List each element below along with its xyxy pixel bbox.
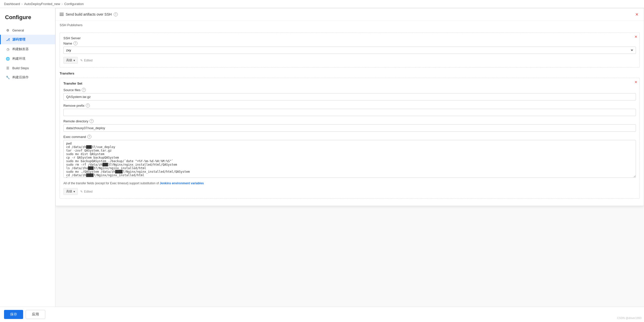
watermark: CSDN @driver1993 [617, 316, 641, 319]
sidebar-label-general: General [12, 28, 24, 32]
sidebar-item-general[interactable]: ⚙ General [0, 26, 55, 35]
advanced-button[interactable]: 高级 ▾ [63, 57, 78, 64]
source-files-field: Source files ? [63, 88, 636, 100]
apply-button[interactable]: 应用 [26, 310, 45, 319]
panel-header: Send build artifacts over SSH ? ✕ [56, 8, 644, 21]
remote-directory-label: Remote directory ? [63, 119, 636, 123]
sidebar-label-trigger: 构建触发器 [12, 47, 29, 51]
transfer-set-close-button[interactable]: ✕ [634, 80, 637, 84]
bottom-pencil-icon: ✎ [80, 190, 83, 193]
panel-close-button[interactable]: ✕ [634, 11, 640, 17]
remote-directory-input[interactable] [63, 124, 636, 132]
remote-directory-field: Remote directory ? [63, 119, 636, 132]
breadcrumb: Dashboard › AutoDeployFronted_new › Conf… [0, 0, 644, 8]
ssh-server-box: ✕ SSH Server Name ? zxy [60, 32, 640, 67]
exec-command-field: Exec command ? [63, 135, 636, 178]
info-text: All of the transfer fields (except for E… [63, 182, 636, 185]
remove-prefix-label: Remove prefix ? [63, 103, 636, 108]
gear-icon: ⚙ [6, 28, 10, 32]
exec-command-help-icon[interactable]: ? [87, 135, 91, 139]
sidebar: Configure ⚙ General ⎇ 源码管理 ◷ 构建触发器 🌐 构建环… [0, 8, 55, 307]
exec-command-textarea[interactable] [63, 140, 636, 178]
transfers-section-label: Transfers [60, 71, 640, 75]
advanced-row: 高级 ▾ ✎ Edited [63, 57, 636, 64]
ssh-server-name-field: SSH Server Name ? zxy [63, 36, 636, 54]
list-icon: ☰ [6, 66, 10, 70]
remove-prefix-input[interactable] [63, 109, 636, 116]
tools-icon: 🔧 [6, 75, 10, 79]
bottom-advanced-label: 高级 [66, 189, 72, 194]
source-files-input[interactable] [63, 93, 636, 100]
sidebar-item-env[interactable]: 🌐 构建环境 [0, 54, 55, 63]
git-icon: ⎇ [6, 38, 10, 42]
panel-help-icon[interactable]: ? [114, 12, 118, 16]
ssh-server-select[interactable]: zxy [63, 47, 636, 54]
bottom-edited-indicator: ✎ Edited [80, 190, 93, 193]
sidebar-item-post[interactable]: 🔧 构建后操作 [0, 73, 55, 82]
transfer-set-box: ✕ Transfer Set Source files ? Remove p [60, 78, 640, 199]
ssh-panel: Send build artifacts over SSH ? ✕ SSH Pu… [55, 8, 644, 206]
panel-body: ✕ SSH Server Name ? zxy [56, 28, 644, 206]
ssh-server-close-button[interactable]: ✕ [634, 35, 637, 39]
name-label: SSH Server [63, 36, 636, 40]
breadcrumb-dashboard[interactable]: Dashboard [4, 2, 20, 6]
sidebar-label-source: 源码管理 [12, 37, 25, 42]
source-files-label: Source files ? [63, 88, 636, 92]
advanced-label: 高级 [66, 58, 72, 62]
globe-icon: 🌐 [6, 57, 10, 61]
breadcrumb-auto[interactable]: AutoDeployFronted_new [24, 2, 60, 6]
breadcrumb-sep-1: › [22, 2, 23, 6]
edited-label: Edited [84, 59, 93, 62]
jenkins-env-vars-link[interactable]: Jenkins environment variables [160, 182, 204, 185]
bottom-bar: 保存 应用 [0, 307, 644, 322]
remove-prefix-help-icon[interactable]: ? [86, 103, 90, 108]
ssh-publishers-label: SSH Publishers [56, 21, 644, 28]
sidebar-label-env: 构建环境 [12, 56, 25, 61]
sidebar-label-post: 构建后操作 [12, 75, 29, 80]
panel-title: Send build artifacts over SSH [66, 12, 112, 16]
pencil-icon: ✎ [80, 59, 83, 62]
panel-header-left: Send build artifacts over SSH ? [60, 12, 118, 16]
bottom-chevron-icon: ▾ [73, 190, 75, 193]
sidebar-item-source[interactable]: ⎇ 源码管理 [0, 35, 55, 44]
content-area: Send build artifacts over SSH ? ✕ SSH Pu… [55, 8, 644, 307]
name-sub-label: Name ? [63, 41, 636, 45]
sidebar-label-build: Build Steps [12, 66, 29, 70]
exec-command-label: Exec command ? [63, 135, 636, 139]
breadcrumb-sep-2: › [62, 2, 63, 6]
bottom-edited-label: Edited [84, 190, 93, 193]
remove-prefix-field: Remove prefix ? [63, 103, 636, 116]
sidebar-item-build[interactable]: ☰ Build Steps [0, 63, 55, 73]
breadcrumb-config: Configuration [64, 2, 84, 6]
transfer-set-title: Transfer Set [63, 82, 636, 85]
hamburger-icon[interactable] [60, 13, 64, 16]
sidebar-item-trigger[interactable]: ◷ 构建触发器 [0, 44, 55, 54]
name-help-icon[interactable]: ? [73, 41, 77, 45]
source-files-help-icon[interactable]: ? [82, 88, 86, 92]
save-button[interactable]: 保存 [4, 310, 23, 319]
bottom-row: 高级 ▾ ✎ Edited [63, 188, 636, 195]
edited-indicator: ✎ Edited [80, 59, 93, 62]
remote-directory-help-icon[interactable]: ? [90, 119, 94, 123]
clock-icon: ◷ [6, 47, 10, 51]
chevron-down-icon: ▾ [73, 59, 75, 62]
sidebar-title: Configure [0, 12, 55, 26]
bottom-advanced-button[interactable]: 高级 ▾ [63, 188, 78, 195]
